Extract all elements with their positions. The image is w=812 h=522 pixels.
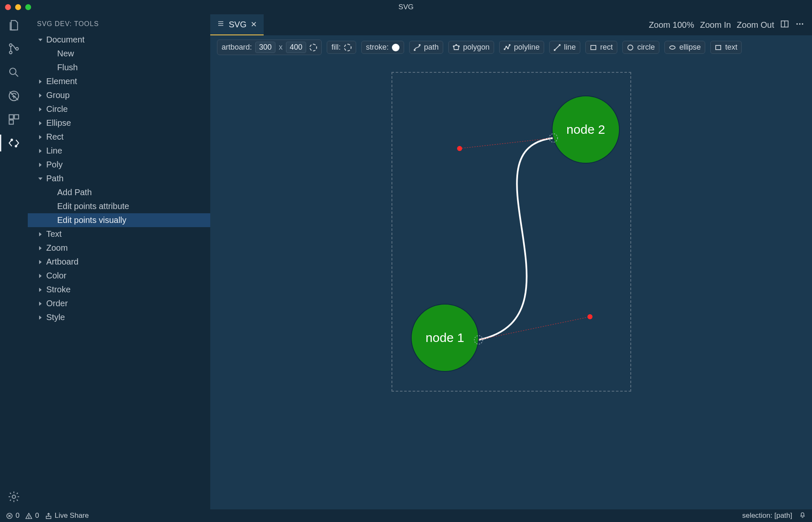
circle-icon [627,44,634,51]
svg-rect-6 [14,115,19,119]
tree-item-circle[interactable]: Circle [28,102,210,116]
status-selection: selection: [path] [742,511,792,520]
chevron-right-icon [37,273,44,278]
status-warnings[interactable]: 0 [25,511,39,520]
status-bar: 0 0 Live Share selection: [path] [0,509,812,522]
tree-item-label: Style [46,313,65,322]
tree-item-zoom[interactable]: Zoom [28,241,210,255]
shape-rect-button[interactable]: rect [585,41,617,54]
tree-item-label: Group [46,90,70,100]
search-icon[interactable] [7,66,21,79]
tree-item-label: Ellipse [46,118,71,128]
debug-icon[interactable] [7,89,21,103]
sidebar-tree: DocumentNewFlushElementGroupCircleEllips… [28,33,210,324]
source-control-icon[interactable] [7,42,21,56]
close-icon[interactable]: ✕ [251,20,257,29]
extensions-icon[interactable] [7,113,21,126]
tree-item-label: Line [46,146,62,156]
path-icon [414,44,421,51]
tree-item-group[interactable]: Group [28,88,210,102]
tree-item-label: Zoom [46,243,68,253]
tree-item-ellipse[interactable]: Ellipse [28,116,210,130]
chevron-right-icon [37,107,44,112]
tree-item-add-path[interactable]: Add Path [28,185,210,199]
artboard-fit-icon[interactable] [309,44,317,51]
window-minimize-button[interactable] [15,4,21,10]
tree-item-order[interactable]: Order [28,297,210,310]
tree-item-label: Edit points attribute [57,201,129,211]
artboard-svg[interactable]: node 2node 1 [392,73,632,392]
artboard[interactable]: node 2node 1 [391,72,631,392]
shape-polygon-button[interactable]: polygon [448,41,494,54]
chevron-right-icon [37,135,44,140]
tree-item-rect[interactable]: Rect [28,130,210,144]
tree-item-label: Poly [46,160,63,170]
explorer-icon[interactable] [7,19,21,32]
polyline-icon [504,44,510,51]
chevron-right-icon [37,121,44,126]
tree-item-label: Document [46,35,85,45]
shape-circle-button[interactable]: circle [622,41,659,54]
zoom-in-button[interactable]: Zoom In [700,20,731,30]
bezier-path[interactable] [479,138,553,340]
zoom-level-button[interactable]: Zoom 100% [649,20,694,30]
control-point-0[interactable] [457,146,462,151]
notifications-bell-icon[interactable] [799,511,806,520]
tree-item-path[interactable]: Path [28,172,210,185]
shape-line-button[interactable]: line [549,41,580,54]
artboard-x-sep: x [279,43,283,52]
zoom-out-button[interactable]: Zoom Out [737,20,774,30]
tab-label: SVG [229,20,246,29]
tree-item-color[interactable]: Color [28,269,210,283]
tree-item-label: Color [46,271,66,281]
tree-item-line[interactable]: Line [28,144,210,158]
more-actions-icon[interactable] [795,19,804,31]
tree-item-flush[interactable]: Flush [28,61,210,74]
svg-rect-5 [9,115,13,119]
fill-none-icon[interactable] [344,44,352,51]
svg-point-1 [9,51,12,54]
tree-item-edit-points-attribute[interactable]: Edit points attribute [28,199,210,213]
tree-item-poly[interactable]: Poly [28,158,210,172]
split-editor-icon[interactable] [780,19,789,31]
toolbar: artboard: 300 x 400 fill: stroke: path p… [210,35,812,59]
tree-item-element[interactable]: Element [28,74,210,88]
tree-item-artboard[interactable]: Artboard [28,255,210,269]
sidebar-title: SVG DEV: TOOLS [28,16,210,33]
tree-item-document[interactable]: Document [28,33,210,47]
tree-item-edit-points-visually[interactable]: Edit points visually [28,213,210,227]
tree-item-new[interactable]: New [28,47,210,61]
svg-point-12 [796,23,798,25]
chevron-right-icon [37,301,44,306]
tree-item-style[interactable]: Style [28,310,210,324]
settings-gear-icon[interactable] [7,490,21,503]
title-bar: SVG [0,0,812,14]
live-share-button[interactable]: Live Share [45,511,89,520]
artboard-width-input[interactable]: 300 [255,42,275,53]
stroke-color-icon[interactable] [392,44,399,51]
tree-item-label: Circle [46,104,68,114]
tab-svg[interactable]: SVG ✕ [210,14,264,35]
tree-item-text[interactable]: Text [28,227,210,241]
chevron-right-icon [37,287,44,292]
canvas-area[interactable]: node 2node 1 [210,59,812,509]
control-point-1[interactable] [587,314,592,319]
node-label-node2: node 2 [566,122,605,136]
tree-item-label: Flush [57,63,78,72]
svg-dev-icon[interactable] [7,136,21,150]
status-errors[interactable]: 0 [6,511,19,520]
chevron-down-icon [37,37,44,42]
tree-item-stroke[interactable]: Stroke [28,283,210,297]
svg-point-27 [628,45,633,50]
shape-text-button[interactable]: text [710,41,742,54]
window-close-button[interactable] [5,4,11,10]
editor: SVG ✕ Zoom 100% Zoom In Zoom Out artboar… [210,14,812,509]
shape-ellipse-button[interactable]: ellipse [664,41,705,54]
window-maximize-button[interactable] [25,4,31,10]
ellipse-icon [669,44,676,51]
artboard-height-input[interactable]: 400 [286,42,306,53]
shape-polyline-button[interactable]: polyline [499,41,544,54]
tree-item-label: Rect [46,132,63,142]
polygon-icon [453,44,460,51]
shape-path-button[interactable]: path [409,41,443,54]
